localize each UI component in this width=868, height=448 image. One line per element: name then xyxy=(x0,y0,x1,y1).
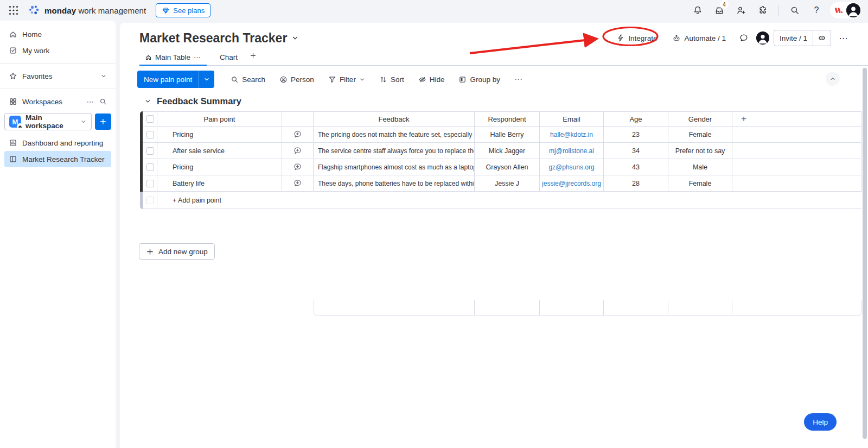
vertical-scrollbar[interactable] xyxy=(863,68,867,439)
feedback-cell[interactable]: Flagship smartphones almost cost as much… xyxy=(314,159,475,175)
add-column-button[interactable]: + xyxy=(741,113,746,124)
age-cell[interactable]: 28 xyxy=(604,175,668,192)
respondent-cell[interactable]: Mick Jagger xyxy=(475,143,540,159)
add-item-cell[interactable]: + Add pain point xyxy=(157,192,282,209)
add-item-row-span[interactable] xyxy=(282,192,861,209)
open-updates-cell[interactable] xyxy=(282,127,314,143)
collapse-header-icon[interactable] xyxy=(826,72,840,86)
sort-button[interactable]: Sort xyxy=(374,71,410,87)
inbox-icon[interactable]: 4 xyxy=(711,2,727,18)
board-menu-icon[interactable]: ⋯ xyxy=(835,30,852,46)
automate-button[interactable]: Automate / 1 xyxy=(667,30,731,46)
toolbar-more-button[interactable]: ⋯ xyxy=(509,71,528,87)
feedback-cell[interactable]: The pricing does not match the feature s… xyxy=(314,127,475,143)
open-updates-cell[interactable] xyxy=(282,159,314,175)
pain-point-cell[interactable]: Pricing xyxy=(157,127,282,143)
email-cell[interactable]: halle@kdotz.in xyxy=(540,127,604,143)
sidebar-item-favorites[interactable]: Favorites xyxy=(4,68,111,84)
gender-cell[interactable]: Female xyxy=(668,127,732,143)
filter-button[interactable]: Filter xyxy=(323,71,371,87)
apps-marketplace-icon[interactable] xyxy=(755,2,771,18)
account-switcher[interactable] xyxy=(830,2,861,18)
workspace-dropdown[interactable]: M Main workspace xyxy=(4,113,92,130)
column-header-respondent[interactable]: Respondent xyxy=(475,111,540,127)
board-title[interactable]: Market Research Tracker xyxy=(139,31,299,46)
help-button[interactable]: Help xyxy=(804,413,837,431)
invite-members-icon[interactable] xyxy=(733,2,749,18)
add-update-icon[interactable] xyxy=(293,162,302,172)
help-question-icon[interactable]: ? xyxy=(808,2,825,18)
email-link[interactable]: halle@kdotz.in xyxy=(550,131,593,138)
search-icon[interactable] xyxy=(787,2,803,18)
respondent-cell[interactable]: Jessie J xyxy=(475,175,540,192)
group-title[interactable]: Feedback Summary xyxy=(157,96,241,106)
tab-main-table[interactable]: Main Table ⋯ xyxy=(139,53,207,66)
column-header-age[interactable]: Age xyxy=(604,111,668,127)
sidebar-item-market-research-tracker[interactable]: Market Research Tracker xyxy=(4,151,111,167)
brand[interactable]: monday work management xyxy=(28,4,146,16)
workspaces-search-icon[interactable] xyxy=(99,98,107,105)
select-all-checkbox[interactable] xyxy=(146,115,154,123)
email-cell[interactable]: gz@phsuns.org xyxy=(540,159,604,175)
email-link[interactable]: jessie@jjrecords.org xyxy=(542,180,601,187)
copy-link-icon[interactable] xyxy=(813,30,831,46)
pain-point-cell[interactable]: Battery life xyxy=(157,175,282,192)
row-checkbox[interactable] xyxy=(146,163,154,171)
tab-menu-icon[interactable]: ⋯ xyxy=(194,53,201,61)
email-cell[interactable]: mj@rollstone.ai xyxy=(540,143,604,159)
add-view-button[interactable] xyxy=(243,52,263,66)
row-checkbox[interactable] xyxy=(146,147,154,155)
age-cell[interactable]: 34 xyxy=(604,143,668,159)
see-plans-button[interactable]: See plans xyxy=(156,3,210,17)
respondent-cell[interactable]: Grayson Allen xyxy=(475,159,540,175)
email-cell[interactable]: jessie@jjrecords.org xyxy=(540,175,604,192)
group-collapse-icon[interactable] xyxy=(144,98,151,105)
open-updates-cell[interactable] xyxy=(282,175,314,192)
search-tool-button[interactable]: Search xyxy=(225,71,271,87)
new-pain-point-button[interactable]: New pain point xyxy=(137,71,214,88)
apps-grid-icon[interactable] xyxy=(8,4,20,16)
gender-cell[interactable]: Female xyxy=(668,175,732,192)
board-owner-avatar[interactable] xyxy=(756,31,769,45)
email-link[interactable]: mj@rollstone.ai xyxy=(549,147,594,155)
age-cell[interactable]: 43 xyxy=(604,159,668,175)
sidebar-item-home[interactable]: Home xyxy=(4,26,111,42)
integrate-button[interactable]: Integrate xyxy=(611,30,662,46)
table-row: Battery life These days, phone batteries… xyxy=(140,175,861,192)
column-header-gender[interactable]: Gender xyxy=(668,111,732,127)
open-updates-cell[interactable] xyxy=(282,143,314,159)
feedback-cell[interactable]: These days, phone batteries have to be r… xyxy=(314,175,475,192)
hide-button[interactable]: Hide xyxy=(413,71,450,87)
age-cell[interactable]: 23 xyxy=(604,127,668,143)
row-checkbox-cell xyxy=(143,159,157,175)
add-update-icon[interactable] xyxy=(293,179,302,188)
add-update-icon[interactable] xyxy=(293,130,302,139)
user-avatar[interactable] xyxy=(846,3,860,17)
chat-icon[interactable] xyxy=(736,30,752,46)
tab-chart[interactable]: Chart xyxy=(214,53,243,66)
add-update-icon[interactable] xyxy=(293,146,302,155)
column-header-feedback[interactable]: Feedback xyxy=(314,111,475,127)
pain-point-cell[interactable]: After sale service xyxy=(157,143,282,159)
row-checkbox[interactable] xyxy=(146,180,154,187)
column-header-pain-point[interactable]: Pain point xyxy=(157,111,282,127)
column-header-email[interactable]: Email xyxy=(540,111,604,127)
add-new-group-button[interactable]: Add new group xyxy=(139,243,215,260)
email-link[interactable]: gz@phsuns.org xyxy=(548,163,594,171)
chevron-down-icon[interactable] xyxy=(359,77,365,83)
respondent-cell[interactable]: Halle Berry xyxy=(475,127,540,143)
person-filter-button[interactable]: Person xyxy=(274,71,320,87)
row-checkbox[interactable] xyxy=(146,131,154,138)
new-pain-point-caret-icon[interactable] xyxy=(199,71,214,88)
workspaces-menu-icon[interactable]: ⋯ xyxy=(87,97,95,106)
group-by-button[interactable]: Group by xyxy=(453,71,506,87)
invite-button[interactable]: Invite / 1 xyxy=(774,30,813,46)
sidebar-item-dashboard[interactable]: Dashboard and reporting xyxy=(4,135,111,151)
gender-cell[interactable]: Male xyxy=(668,159,732,175)
add-workspace-item-button[interactable] xyxy=(95,113,111,130)
notifications-bell-icon[interactable] xyxy=(690,2,706,18)
sidebar-item-my-work[interactable]: My work xyxy=(4,42,111,59)
pain-point-cell[interactable]: Pricing xyxy=(157,159,282,175)
feedback-cell[interactable]: The service centre staff always force yo… xyxy=(314,143,475,159)
gender-cell[interactable]: Prefer not to say xyxy=(668,143,732,159)
